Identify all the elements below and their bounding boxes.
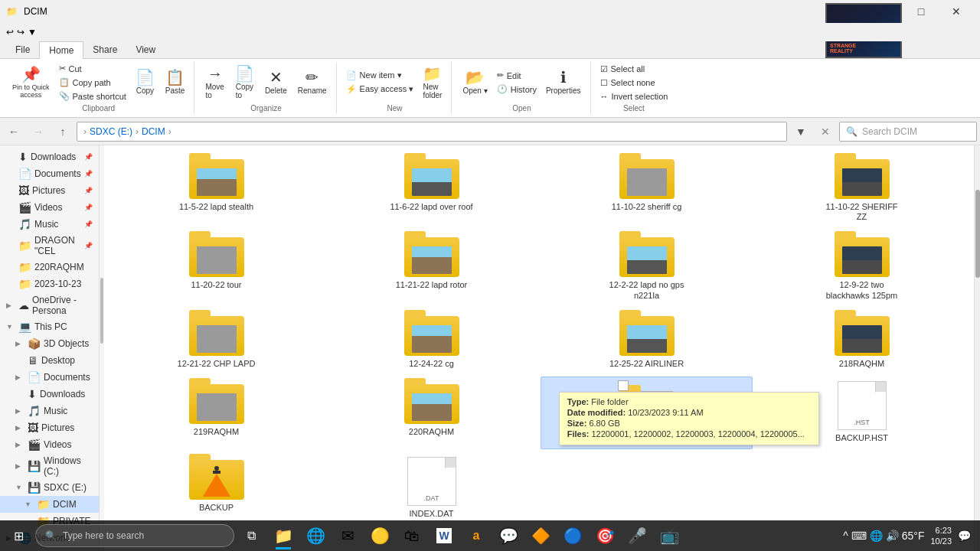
select-all-button[interactable]: ☑ Select all bbox=[597, 63, 671, 76]
pin-icon: 📌 bbox=[21, 67, 41, 82]
tab-file[interactable]: File bbox=[6, 41, 39, 58]
invert-selection-button[interactable]: ↔ Invert selection bbox=[597, 90, 671, 103]
sidebar-item-220raqhm[interactable]: 📁 220RAQHM bbox=[0, 259, 99, 276]
new-folder-button[interactable]: 📁 Newfolder bbox=[418, 64, 446, 101]
edit-button[interactable]: ✏ Edit bbox=[494, 69, 540, 82]
taskbar-app-taskview[interactable]: ⧉ bbox=[236, 522, 266, 549]
taskbar-app-amazon[interactable]: a bbox=[461, 522, 492, 549]
sidebar-item-pictures[interactable]: ▶ 🖼 Pictures bbox=[0, 419, 99, 436]
cut-button[interactable]: ✂ Cut bbox=[56, 62, 129, 75]
easy-access-button[interactable]: ⚡ Easy access ▾ bbox=[343, 83, 417, 96]
sidebar-item-onedrive[interactable]: ▶ ☁ OneDrive - Persona bbox=[0, 292, 99, 318]
tray-sound[interactable]: 🔊 bbox=[886, 530, 899, 542]
tab-share[interactable]: Share bbox=[83, 41, 126, 58]
sidebar-item-documents-pinned[interactable]: 📄 Documents 📌 bbox=[0, 165, 99, 182]
sidebar-item-dcim[interactable]: ▼ 📁 DCIM bbox=[0, 496, 99, 513]
open-button[interactable]: 📂 Open ▾ bbox=[458, 68, 492, 96]
folder-item-index-dat[interactable]: .DAT INDEX.DAT bbox=[325, 452, 537, 523]
folder-item-lapd-stealth[interactable]: 11-5-22 lapd stealth bbox=[110, 152, 322, 227]
sidebar-item-dragon[interactable]: 📁 DRAGON "CEL 📌 bbox=[0, 233, 99, 259]
dropdown-button[interactable]: ▼ bbox=[790, 121, 812, 142]
maximize-button[interactable]: □ bbox=[903, 0, 939, 23]
folder-item-fire157[interactable]: ▶ 9-14-23 fire 157 bbox=[541, 377, 753, 449]
sidebar-item-downloads-pinned[interactable]: ⬇ Downloads 📌 bbox=[0, 148, 99, 165]
taskbar-search[interactable]: 🔍 Type here to search bbox=[35, 524, 234, 547]
sidebar-item-2023-10-23[interactable]: 📁 2023-10-23 bbox=[0, 276, 99, 292]
breadcrumb-sdxc[interactable]: SDXC (E:) bbox=[90, 126, 132, 137]
sidebar-item-sdxc[interactable]: ▼ 💾 SDXC (E:) bbox=[0, 479, 99, 496]
tray-kb[interactable]: ⌨ bbox=[851, 530, 867, 542]
tab-view[interactable]: View bbox=[126, 41, 165, 58]
copy-to-button[interactable]: 📄 Copyto bbox=[230, 64, 259, 101]
sidebar-item-videos-pinned[interactable]: 🎬 Videos 📌 bbox=[0, 199, 99, 216]
folder-item-sheriff-cg[interactable]: 11-10-22 sheriff cg bbox=[541, 152, 753, 227]
paste-shortcut-button[interactable]: 📎 Paste shortcut bbox=[56, 90, 129, 103]
folder-item-219raqhm[interactable]: 219RAQHM bbox=[110, 377, 322, 449]
back-button[interactable]: ← bbox=[3, 121, 24, 142]
rename-button[interactable]: ✏ Rename bbox=[293, 68, 332, 96]
taskbar-app-chrome[interactable]: 🔵 bbox=[557, 522, 588, 549]
search-box[interactable]: 🔍 Search DCIM bbox=[839, 122, 977, 142]
taskbar-app-extra3[interactable]: 📺 bbox=[654, 522, 684, 549]
taskbar-app-vlc[interactable]: 🔶 bbox=[525, 522, 556, 549]
sidebar-item-pictures-pinned[interactable]: 🖼 Pictures 📌 bbox=[0, 182, 99, 199]
sidebar-item-downloads[interactable]: ⬇ Downloads bbox=[0, 386, 99, 403]
sidebar-item-windows-c[interactable]: ▶ 💾 Windows (C:) bbox=[0, 453, 99, 479]
sidebar-item-desktop[interactable]: 🖥 Desktop bbox=[0, 352, 99, 369]
taskbar-app-extra2[interactable]: 🎤 bbox=[622, 522, 652, 549]
tab-home[interactable]: Home bbox=[39, 41, 83, 59]
sidebar-item-videos[interactable]: ▶ 🎬 Videos bbox=[0, 436, 99, 453]
taskbar-app-word[interactable]: W bbox=[429, 522, 459, 549]
taskbar-app-extra1[interactable]: 🎯 bbox=[590, 522, 620, 549]
folder-item-backup[interactable]: BACKUP bbox=[110, 452, 322, 523]
folder-item-lapd-over-roof[interactable]: 11-6-22 lapd over roof bbox=[325, 152, 537, 227]
sidebar-item-music[interactable]: ▶ 🎵 Music bbox=[0, 403, 99, 419]
tray-caret[interactable]: ^ bbox=[843, 530, 848, 542]
tray-notification[interactable]: 💬 bbox=[958, 530, 971, 542]
folder-item-lapd-no-gps[interactable]: 12-2-22 lapd no gps n221la bbox=[541, 230, 753, 305]
pin-to-quick-access-button[interactable]: 📌 Pin to Quickaccess bbox=[8, 65, 54, 100]
content-scrollbar[interactable] bbox=[974, 145, 980, 551]
folder-item-218raqhm[interactable]: 218RAQHM bbox=[756, 308, 968, 373]
forward-button[interactable]: → bbox=[28, 121, 49, 142]
folder-item-220raqhm[interactable]: 220RAQHM Type: File folder Date modified… bbox=[325, 377, 537, 449]
folder-item-chp-lapd[interactable]: 12-21-22 CHP LAPD bbox=[110, 308, 322, 373]
breadcrumb[interactable]: › SDXC (E:) › DCIM › bbox=[77, 122, 787, 142]
copy-path-button[interactable]: 📋 Copy path bbox=[56, 76, 129, 89]
folder-item-two-blackhawks[interactable]: 12-9-22 two blackhawks 125pm bbox=[756, 230, 968, 305]
folder-item-lapd-rotor[interactable]: 11-21-22 lapd rotor bbox=[325, 230, 537, 305]
move-to-button[interactable]: → Moveto bbox=[201, 64, 228, 101]
open-icon: 📂 bbox=[466, 70, 485, 85]
folder-item-airliner[interactable]: 12-25-22 AIRLINER bbox=[541, 308, 753, 373]
folder-item-backup-hst[interactable]: .HST BACKUP.HST bbox=[756, 377, 968, 449]
taskbar-app-mail[interactable]: ✉ bbox=[332, 522, 363, 549]
folder-item-12-24-cg[interactable]: 12-24-22 cg bbox=[325, 308, 537, 373]
copy-button[interactable]: 📄 Copy bbox=[131, 68, 159, 96]
folder-item-sheriff-zz[interactable]: 11-10-22 SHERIFF ZZ bbox=[756, 152, 968, 227]
properties-button[interactable]: ℹ Properties bbox=[541, 68, 586, 96]
taskbar-app-todo[interactable]: 🟡 bbox=[364, 522, 395, 549]
start-button[interactable]: ⊞ bbox=[3, 522, 34, 549]
tray-network[interactable]: 🌐 bbox=[870, 530, 883, 542]
taskbar-app-edge[interactable]: 🌐 bbox=[300, 522, 331, 549]
refresh-button[interactable]: ✕ bbox=[815, 121, 836, 142]
taskbar-app-explorer[interactable]: 📁 bbox=[268, 522, 299, 549]
delete-button[interactable]: ✕ Delete bbox=[260, 68, 292, 96]
scroll-thumb[interactable] bbox=[975, 190, 980, 278]
history-button[interactable]: 🕐 History bbox=[494, 83, 540, 96]
paste-button[interactable]: 📋 Paste bbox=[161, 68, 190, 96]
sidebar-item-this-pc[interactable]: ▼ 💻 This PC bbox=[0, 318, 99, 335]
taskbar-app-skype[interactable]: 💬 bbox=[493, 522, 524, 549]
tray-clock[interactable]: 6:23 10/23 bbox=[930, 525, 952, 547]
breadcrumb-dcim[interactable]: DCIM bbox=[142, 126, 165, 137]
select-none-button[interactable]: ☐ Select none bbox=[597, 77, 671, 90]
up-button[interactable]: ↑ bbox=[52, 121, 74, 142]
sidebar-item-3d-objects[interactable]: ▶ 📦 3D Objects bbox=[0, 335, 99, 352]
selection-checkbox[interactable] bbox=[618, 380, 629, 391]
sidebar-item-documents[interactable]: ▶ 📄 Documents bbox=[0, 369, 99, 386]
new-item-button[interactable]: 📄 New item ▾ bbox=[343, 69, 417, 82]
folder-item-tour[interactable]: 11-20-22 tour bbox=[110, 230, 322, 305]
taskbar-app-store[interactable]: 🛍 bbox=[397, 522, 427, 549]
close-button[interactable]: ✕ bbox=[939, 0, 974, 23]
sidebar-item-music-pinned[interactable]: 🎵 Music 📌 bbox=[0, 216, 99, 233]
